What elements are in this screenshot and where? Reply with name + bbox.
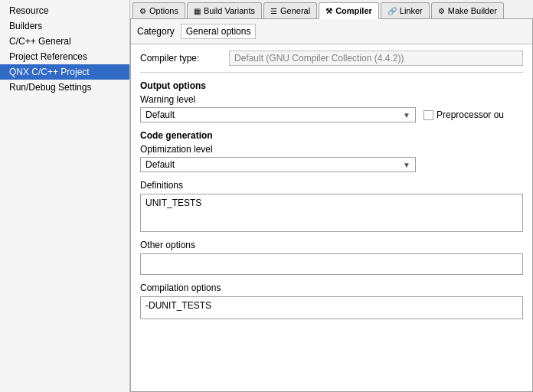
tab-bar: ⚙Options▦Build Variants☰General⚒Compiler… [130, 0, 533, 19]
warning-dropdown-arrow: ▼ [403, 111, 410, 119]
general-tab-label: General [280, 6, 310, 15]
compilation-options-value: -DUNIT_TESTS [146, 300, 211, 311]
code-generation-header: Code generation [140, 130, 523, 141]
make-builder-tab-icon: ⚙ [438, 7, 445, 15]
sidebar-item-resource[interactable]: Resource [0, 3, 129, 18]
general-tab-icon: ☰ [270, 7, 277, 15]
sidebar-item-project-references[interactable]: Project References [0, 49, 129, 64]
optimization-dropdown-arrow: ▼ [403, 161, 410, 169]
compilation-options-header: Compilation options [140, 283, 523, 293]
tab-make-builder[interactable]: ⚙Make Builder [431, 2, 504, 18]
options-tab-icon: ⚙ [139, 7, 146, 15]
build-variants-tab-icon: ▦ [194, 7, 201, 15]
compiler-tab-label: Compiler [335, 6, 372, 15]
tab-build-variants[interactable]: ▦Build Variants [187, 2, 262, 18]
compiler-type-row: Compiler type: Default (GNU Compiler Col… [140, 51, 523, 66]
tab-linker[interactable]: 🔗Linker [381, 2, 430, 18]
optimization-level-label: Optimization level [140, 144, 523, 155]
other-options-header: Other options [140, 240, 523, 250]
tab-compiler[interactable]: ⚒Compiler [319, 2, 379, 19]
linker-tab-label: Linker [400, 6, 423, 15]
make-builder-tab-label: Make Builder [448, 6, 497, 15]
output-options-header: Output options [140, 80, 523, 91]
sidebar-item-c-cpp-general[interactable]: C/C++ General [0, 34, 129, 49]
optimization-level-value: Default [146, 159, 175, 170]
options-tab-label: Options [149, 6, 178, 15]
sidebar: ResourceBuildersC/C++ GeneralProject Ref… [0, 0, 130, 392]
main-panel: ⚙Options▦Build Variants☰General⚒Compiler… [130, 0, 533, 392]
divider1 [140, 72, 523, 73]
form-content: Compiler type: Default (GNU Compiler Col… [131, 44, 532, 325]
compiler-type-label: Compiler type: [140, 53, 224, 64]
warning-level-dropdown[interactable]: Default ▼ [140, 107, 416, 122]
definitions-header: Definitions [140, 180, 523, 191]
warning-level-row: Default ▼ Preprocessor ou [140, 107, 523, 122]
optimization-level-dropdown[interactable]: Default ▼ [140, 157, 416, 172]
warning-level-value: Default [146, 109, 175, 120]
compilation-options-box[interactable]: -DUNIT_TESTS [140, 296, 523, 319]
sidebar-item-builders[interactable]: Builders [0, 18, 129, 34]
content-area: Category General options Compiler type: … [130, 19, 533, 392]
tab-general[interactable]: ☰General [263, 2, 317, 18]
linker-tab-icon: 🔗 [387, 7, 397, 15]
preprocessor-area: Preprocessor ou [423, 109, 504, 120]
compiler-tab-icon: ⚒ [325, 7, 332, 15]
sidebar-item-run-debug-settings[interactable]: Run/Debug Settings [0, 80, 129, 95]
category-label: Category [137, 26, 175, 37]
definitions-box[interactable]: UNIT_TESTS [140, 194, 523, 232]
definitions-value: UNIT_TESTS [146, 198, 201, 208]
sidebar-item-qnx-cpp-project[interactable]: QNX C/C++ Project [0, 64, 129, 80]
category-bar: Category General options [131, 19, 532, 44]
build-variants-tab-label: Build Variants [204, 6, 255, 15]
compiler-type-value: Default (GNU Compiler Collection (4.4.2)… [229, 51, 523, 66]
preprocessor-label: Preprocessor ou [437, 109, 504, 120]
tab-options[interactable]: ⚙Options [132, 2, 185, 18]
optimization-level-row: Default ▼ [140, 157, 523, 172]
preprocessor-checkbox[interactable] [423, 110, 433, 120]
other-options-box[interactable] [140, 253, 523, 275]
warning-level-label: Warning level [140, 94, 523, 105]
category-value: General options [181, 24, 257, 39]
